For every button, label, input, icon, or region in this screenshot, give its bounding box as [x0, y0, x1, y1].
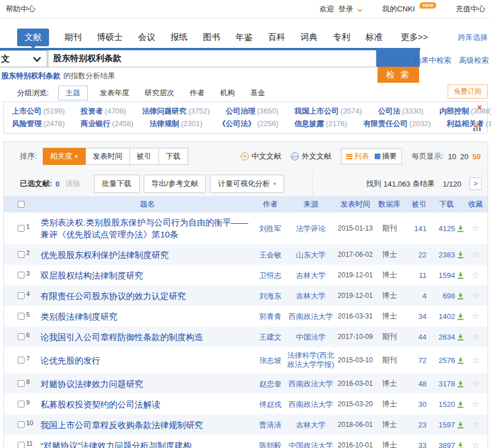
result-title-link[interactable]: 类别表决权:类别股股东保护与公司行为自由的衡平——兼评《优先股试点管理办法》第1… — [40, 216, 254, 240]
download-count-link[interactable]: 1402 — [439, 312, 455, 321]
result-title-link[interactable]: 论优先股的发行 — [40, 354, 100, 366]
topic-tag-link[interactable]: 法律问题研究 — [142, 107, 186, 115]
group-browse-item[interactable]: 主题 — [58, 86, 88, 100]
author-link[interactable]: 曹清清 — [259, 421, 282, 430]
clear-selection-link[interactable]: 清除 — [66, 179, 80, 189]
cited-count-link[interactable]: 23 — [419, 421, 427, 429]
login-link[interactable]: 登录 — [338, 4, 353, 14]
favorite-star-icon[interactable]: ☆ — [472, 332, 480, 341]
source-link[interactable]: 吉林大学 — [296, 421, 326, 430]
sort-button[interactable]: 相关度▼ — [43, 148, 86, 165]
favorite-star-icon[interactable]: ☆ — [472, 378, 480, 388]
select-all-checkbox[interactable] — [18, 201, 25, 208]
author-link[interactable]: 刘海东 — [259, 292, 282, 301]
nav-tab[interactable]: 标准 — [366, 32, 383, 43]
export-reference-button[interactable]: 导出/参考文献 — [144, 175, 206, 193]
result-title-link[interactable]: 论我国引入公司章程防御性条款的制度构造 — [40, 331, 203, 343]
cited-count-link[interactable]: 141 — [414, 224, 427, 233]
chinese-literature-toggle[interactable]: 中 中文文献 — [241, 151, 281, 162]
favorite-star-icon[interactable]: ☆ — [472, 290, 480, 300]
cross-db-select-link[interactable]: 跨库选择 — [458, 33, 488, 43]
source-link[interactable]: 西南政法大学 — [289, 380, 333, 389]
favorite-star-icon[interactable]: ☆ — [472, 311, 480, 321]
topic-tag-link[interactable]: 上市公司 — [12, 107, 42, 115]
author-link[interactable]: 傅赵戎 — [259, 400, 282, 409]
favorite-star-icon[interactable]: ☆ — [472, 223, 480, 233]
nav-tab[interactable]: 年鉴 — [236, 32, 253, 43]
source-link[interactable]: 吉林大学 — [296, 292, 326, 301]
more-databases-link[interactable]: 更多>> — [401, 32, 428, 43]
index-analysis-query-link[interactable]: 股东特别权利条款 — [1, 71, 60, 80]
nav-tab[interactable]: 专利 — [333, 32, 350, 43]
download-icon[interactable] — [457, 292, 464, 300]
download-icon[interactable] — [457, 401, 464, 408]
download-icon[interactable] — [457, 313, 464, 320]
result-title-link[interactable]: 双层股权结构法律制度研究 — [40, 269, 143, 281]
nav-tab[interactable]: 词典 — [301, 32, 318, 43]
download-icon[interactable] — [457, 225, 464, 232]
search-in-results-link[interactable]: 结果中检索 — [414, 55, 451, 66]
source-link[interactable]: 法学评论 — [296, 224, 326, 233]
download-count-link[interactable]: 1594 — [439, 271, 455, 280]
source-link[interactable]: 法律科学(西北政法大学学报) — [286, 351, 335, 369]
author-link[interactable]: 王会敏 — [259, 251, 282, 260]
download-count-link[interactable]: 698 — [443, 292, 455, 300]
group-browse-item[interactable]: 研究层次 — [145, 88, 175, 98]
row-checkbox[interactable] — [18, 313, 25, 320]
search-button[interactable]: 检 索 — [378, 67, 419, 83]
group-browse-item[interactable]: 基金 — [250, 88, 265, 98]
download-count-link[interactable]: 3178 — [439, 380, 455, 388]
favorite-star-icon[interactable]: ☆ — [472, 355, 480, 365]
sort-button[interactable]: 发表时间▼ — [86, 148, 130, 165]
source-link[interactable]: 中国法学 — [296, 333, 326, 342]
row-checkbox[interactable] — [18, 225, 25, 232]
download-count-link[interactable]: 2634 — [439, 333, 455, 341]
result-title-link[interactable]: 对赌协议法律效力问题研究 — [40, 378, 143, 390]
author-link[interactable]: 卫恒志 — [259, 271, 282, 280]
group-browse-item[interactable]: 发表年度 — [100, 88, 129, 98]
recharge-center-link[interactable]: 充值中心 — [456, 4, 485, 14]
cited-count-link[interactable]: 33 — [419, 441, 427, 448]
abstract-view-button[interactable]: 摘要 — [375, 151, 397, 162]
sort-button[interactable]: 被引▼ — [129, 148, 159, 165]
row-checkbox[interactable] — [18, 292, 25, 299]
topic-tag-link[interactable]: 内部控制 — [439, 107, 469, 115]
cited-count-link[interactable]: 48 — [419, 380, 427, 388]
source-link[interactable]: 西南政法大学 — [289, 312, 333, 321]
author-link[interactable]: 刘胜军 — [259, 224, 282, 233]
help-center-link[interactable]: 帮助中心 — [6, 4, 35, 14]
nav-tab[interactable]: 博硕士 — [97, 32, 123, 43]
author-link[interactable]: 赵忠奎 — [259, 380, 282, 389]
batch-download-button[interactable]: 批量下载 — [94, 175, 140, 193]
favorite-star-icon[interactable]: ☆ — [472, 419, 480, 429]
per-page-option[interactable]: 50 — [473, 152, 481, 161]
download-count-link[interactable]: 1597 — [439, 421, 455, 429]
favorite-star-icon[interactable]: ☆ — [472, 249, 480, 259]
result-title-link[interactable]: 优先股股东权利保护法律制度研究 — [40, 249, 169, 261]
source-link[interactable]: 吉林大学 — [296, 271, 326, 280]
list-view-button[interactable]: 列表 — [346, 151, 369, 162]
author-link[interactable]: 王建文 — [259, 333, 282, 342]
search-field-selector[interactable]: 文 — [0, 50, 47, 67]
per-page-option[interactable]: 20 — [460, 152, 468, 161]
topic-tag-link[interactable]: 公司法 — [378, 107, 400, 115]
result-title-link[interactable]: 私募股权投资契约的公司法解读 — [40, 398, 160, 410]
nav-tab[interactable]: 文献 — [17, 29, 49, 46]
nav-tab[interactable]: 期刊 — [64, 32, 82, 43]
topic-tag-link[interactable]: 信息披露 — [294, 119, 324, 128]
download-icon[interactable] — [457, 333, 464, 341]
foreign-literature-toggle[interactable]: En 外文文献 — [291, 151, 331, 162]
topic-tag-link[interactable]: 法律规制 — [149, 119, 179, 128]
row-checkbox[interactable] — [18, 380, 25, 387]
next-page-button[interactable]: > — [469, 177, 482, 190]
group-browse-item[interactable]: 机构 — [220, 88, 235, 98]
source-link[interactable]: 西南政法大学 — [289, 400, 333, 409]
download-count-link[interactable]: 2576 — [439, 356, 455, 365]
row-checkbox[interactable] — [18, 251, 25, 258]
cited-count-link[interactable]: 11 — [419, 271, 427, 280]
cited-count-link[interactable]: 30 — [419, 400, 427, 409]
topic-tag-link[interactable]: 投资者 — [81, 107, 103, 115]
cited-count-link[interactable]: 44 — [419, 333, 427, 341]
group-browse-item[interactable]: 作者 — [190, 88, 205, 98]
trend-chart-icon[interactable] — [473, 123, 482, 131]
